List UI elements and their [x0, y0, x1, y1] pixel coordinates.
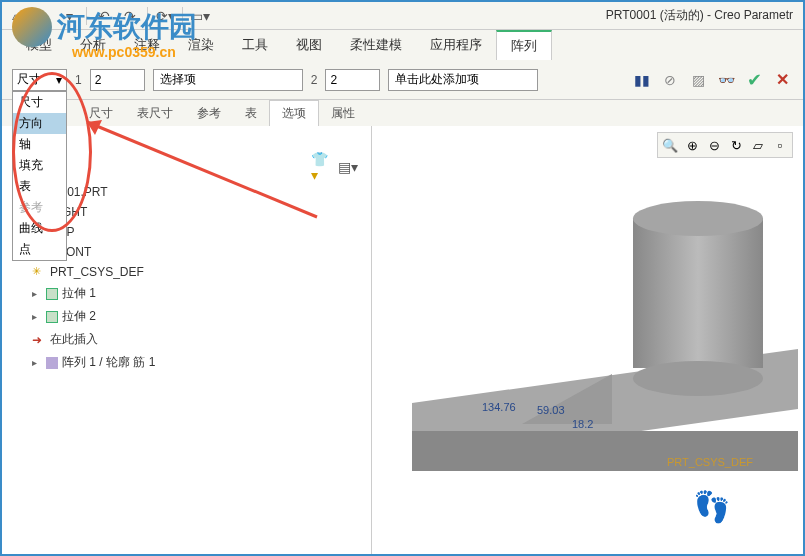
dir1-count-input[interactable] — [90, 69, 145, 91]
opt-fill[interactable]: 填充 — [13, 155, 66, 176]
cylinder-top — [633, 201, 763, 236]
expand-icon[interactable]: ▸ — [32, 288, 42, 299]
dir2-count-input[interactable] — [325, 69, 380, 91]
csys-label: PRT_CSYS_DEF — [667, 456, 753, 468]
extrude-icon — [46, 311, 58, 323]
verify-icon[interactable]: ▨ — [687, 69, 709, 91]
tree-extrude2[interactable]: ▸拉伸 2 — [30, 305, 367, 328]
tree-extrude1[interactable]: ▸拉伸 1 — [30, 282, 367, 305]
watermark-text: 河东软件园 — [57, 8, 197, 46]
watermark-logo-icon — [12, 7, 52, 47]
saved-view-icon[interactable]: ▫ — [770, 135, 790, 155]
tab-tabledim[interactable]: 表尺寸 — [125, 101, 185, 126]
zoom-in-icon[interactable]: ⊕ — [682, 135, 702, 155]
tree-csys[interactable]: ✳PRT_CSYS_DEF — [30, 262, 367, 282]
refit-icon[interactable]: 🔍 — [660, 135, 680, 155]
tree-front[interactable]: FRONT — [30, 242, 367, 262]
tab-view[interactable]: 视图 — [282, 31, 336, 59]
dir2-select-field[interactable]: 单击此处添加项 — [388, 69, 538, 91]
extrude-icon — [46, 288, 58, 300]
tab-dim[interactable]: 尺寸 — [77, 101, 125, 126]
tree-top[interactable]: TOP — [30, 222, 367, 242]
opt-curve[interactable]: 曲线 — [13, 218, 66, 239]
tree-insert[interactable]: ➜在此插入 — [30, 328, 367, 351]
tab-options[interactable]: 选项 — [269, 100, 319, 126]
opt-axis[interactable]: 轴 — [13, 134, 66, 155]
pause-icon[interactable]: ▮▮ — [631, 69, 653, 91]
chevron-down-icon: ▾ — [56, 73, 62, 87]
expand-icon[interactable]: ▸ — [32, 357, 42, 368]
tab-apps[interactable]: 应用程序 — [416, 31, 496, 59]
window-title: PRT0001 (活动的) - Creo Parametr — [606, 7, 793, 24]
dropdown-list: 尺寸 方向 轴 填充 表 参考 曲线 点 — [12, 91, 67, 261]
glasses-icon[interactable]: 👓 — [715, 69, 737, 91]
zoom-out-icon[interactable]: ⊖ — [704, 135, 724, 155]
confirm-button[interactable]: ✔ — [743, 69, 765, 91]
tab-ref[interactable]: 参考 — [185, 101, 233, 126]
tab-tbl[interactable]: 表 — [233, 101, 269, 126]
csys-icon: ✳ — [32, 265, 46, 279]
repaint-icon[interactable]: ↻ — [726, 135, 746, 155]
arrow-icon: ➜ — [32, 333, 46, 347]
cancel-button[interactable]: ✕ — [771, 69, 793, 91]
no-preview-icon[interactable]: ⊘ — [659, 69, 681, 91]
dropdown-current: 尺寸 — [17, 71, 41, 88]
3d-model: 134.76 59.03 18.2 PRT_CSYS_DEF 👣 — [402, 156, 803, 554]
tab-pattern[interactable]: 阵列 — [496, 30, 552, 60]
tab-tools[interactable]: 工具 — [228, 31, 282, 59]
tab-flex[interactable]: 柔性建模 — [336, 31, 416, 59]
dir2-label: 2 — [311, 73, 318, 87]
dim-2: 59.03 — [537, 404, 565, 416]
pattern-icon — [46, 357, 58, 369]
pattern-ribbon: 尺寸 ▾ 尺寸 方向 轴 填充 表 参考 曲线 点 1 选择项 2 单击此处添加… — [2, 60, 803, 100]
opt-direction[interactable]: 方向 — [13, 113, 66, 134]
dashboard-tabs: 尺寸 表尺寸 参考 表 选项 属性 — [2, 100, 803, 126]
cylinder-bottom — [633, 361, 763, 396]
tree-display-icon[interactable]: ▤▾ — [337, 156, 359, 178]
opt-table[interactable]: 表 — [13, 176, 66, 197]
tree-right[interactable]: RIGHT — [30, 202, 367, 222]
3d-viewport[interactable]: 🔍 ⊕ ⊖ ↻ ▱ ▫ 134.76 59.03 18.2 PRT_CSYS_D… — [372, 126, 803, 554]
watermark-url: www.pc0359.cn — [72, 44, 176, 60]
tree-pattern[interactable]: ▸阵列 1 / 轮廓 筋 1 — [30, 351, 367, 374]
dir1-label: 1 — [75, 73, 82, 87]
cylinder-body — [633, 218, 763, 368]
opt-dimension[interactable]: 尺寸 — [13, 92, 66, 113]
tab-props[interactable]: 属性 — [319, 101, 367, 126]
view-toolbar: 🔍 ⊕ ⊖ ↻ ▱ ▫ — [657, 132, 793, 158]
display-icon[interactable]: ▱ — [748, 135, 768, 155]
dir1-select-field[interactable]: 选择项 — [153, 69, 303, 91]
work-area: ⊟ ▦ 👕▾ ▤▾ PRT0001.PRT RIGHT TOP FRONT ✳P… — [2, 126, 803, 554]
dim-3: 18.2 — [572, 418, 593, 430]
tree-settings-icon[interactable]: 👕▾ — [311, 156, 333, 178]
footprint-icon: 👣 — [693, 489, 743, 529]
watermark: 河东软件园 — [12, 7, 197, 47]
rib-feature — [522, 374, 612, 424]
opt-reference: 参考 — [13, 197, 66, 218]
opt-point[interactable]: 点 — [13, 239, 66, 260]
dim-1: 134.76 — [482, 401, 516, 413]
expand-icon[interactable]: ▸ — [32, 311, 42, 322]
pattern-type-dropdown[interactable]: 尺寸 ▾ 尺寸 方向 轴 填充 表 参考 曲线 点 — [12, 69, 67, 91]
